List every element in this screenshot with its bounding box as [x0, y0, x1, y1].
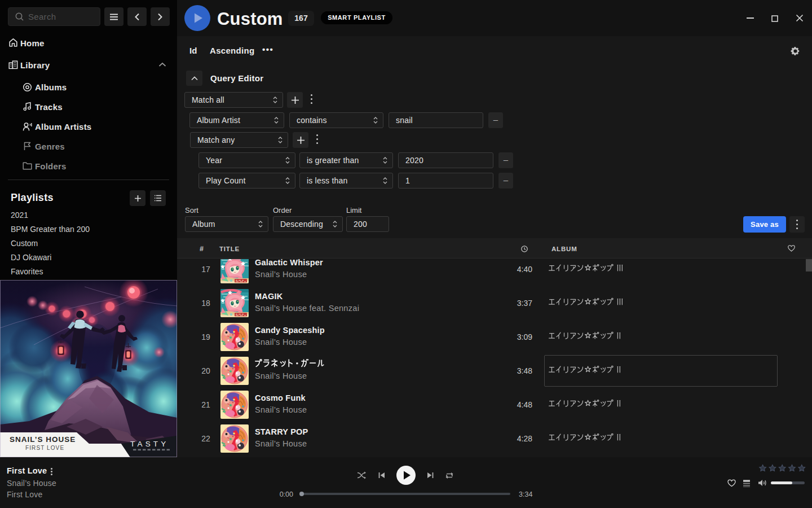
svg-text:TASTY: TASTY [130, 440, 169, 448]
svg-text:SNAIL’S HOUSE: SNAIL’S HOUSE [10, 435, 76, 444]
svg-text:FIRST LOVE: FIRST LOVE [25, 445, 64, 451]
